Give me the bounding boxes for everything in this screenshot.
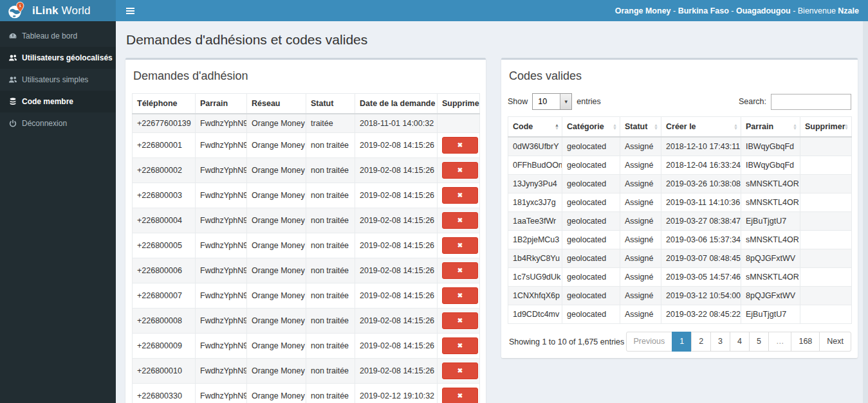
delete-button[interactable]: ✖ [442, 137, 478, 154]
cell-supprimer [800, 268, 852, 287]
cell-supprimer [800, 231, 852, 249]
page-scrollbar[interactable] [863, 21, 868, 403]
cell-supprimer: ✖ [438, 208, 480, 233]
column-header-code[interactable]: Code▲▼ [508, 117, 562, 138]
cell-supprimer [800, 305, 852, 324]
cell-date: 2019-02-08 14:15:26 [355, 359, 438, 384]
table-row: 1aaTee3fWrgeolocatedAssigné2019-03-27 08… [508, 212, 852, 231]
navbar: Orange Money - Burkina Faso - Ouagadougo… [116, 0, 868, 21]
app-title: iLink World [32, 4, 91, 17]
sidebar-item-label: Utilisateurs géolocalisés [22, 53, 113, 62]
cell-telephone: +226800009 [133, 334, 196, 359]
sidebar-item-tableau-de-bord[interactable]: Tableau de bord [0, 25, 116, 47]
delete-button[interactable]: ✖ [442, 237, 478, 254]
table-row: 0dW36UfbrYgeolocatedAssigné2018-12-10 17… [508, 137, 852, 156]
sidebar-item-utilisateurs-geolocalises[interactable]: Utilisateurs géolocalisés [0, 47, 116, 69]
delete-button[interactable]: ✖ [442, 363, 478, 379]
sidebar-menu: Tableau de bordUtilisateurs géolocalisés… [0, 25, 116, 134]
cell-supprimer: ✖ [438, 183, 480, 208]
delete-x-icon: ✖ [457, 342, 463, 349]
delete-button[interactable]: ✖ [442, 162, 478, 179]
cell-statut: non traitée [306, 258, 355, 283]
page-length-select[interactable]: 10 [532, 93, 572, 110]
column-header-supprimer[interactable]: Supprimer▲▼ [800, 117, 852, 138]
search-input[interactable] [771, 94, 851, 110]
page-button-168[interactable]: 168 [791, 332, 820, 352]
page-button-1[interactable]: 1 [672, 332, 692, 352]
cell-categorie: geolocated [562, 175, 620, 193]
table-row: +226800002FwdhzYphN9Orange Moneynon trai… [133, 158, 480, 183]
page-button-2[interactable]: 2 [691, 332, 711, 352]
cell-telephone: +226800007 [133, 283, 196, 309]
sidebar-toggle-button[interactable] [125, 5, 136, 17]
cell-parrain: sMNSKTL4OR [741, 175, 800, 193]
page-button-next[interactable]: Next [819, 332, 851, 352]
delete-button[interactable]: ✖ [442, 337, 478, 354]
page-button-4[interactable]: 4 [730, 332, 750, 352]
cell-statut: Assigné [620, 156, 661, 175]
delete-x-icon: ✖ [457, 192, 463, 199]
column-header-creer-le[interactable]: Créer le▲▼ [661, 117, 741, 138]
demandes-table-body: +22677600139FwdhzYphN9Orange Moneytraité… [133, 114, 480, 403]
cell-statut: Assigné [620, 193, 661, 212]
cell-parrain: FwdhzYphN9 [196, 283, 247, 309]
cell-categorie: geolocated [562, 287, 620, 305]
sidebar-item-code-membre[interactable]: Code membre [0, 91, 116, 112]
cell-creer-le: 2019-03-22 08:45:22 [661, 305, 741, 324]
cell-parrain: FwdhzYphN9 [196, 334, 247, 359]
sort-icon: ▲▼ [793, 123, 797, 130]
codes-table: Code▲▼Catégorie▲▼Statut▲▼Créer le▲▼Parra… [508, 116, 852, 324]
column-header-parrain[interactable]: Parrain▲▼ [741, 117, 800, 138]
delete-button[interactable]: ✖ [442, 187, 478, 204]
table-row: +226800004FwdhzYphN9Orange Moneynon trai… [133, 208, 480, 233]
cell-date: 2019-02-08 14:15:26 [355, 183, 438, 208]
panel-demandes: Demandes d'adhésion TéléphoneParrainRése… [125, 58, 486, 403]
cell-code: 1d9CDtc4mv [508, 305, 562, 324]
cell-statut: non traitée [306, 384, 355, 403]
column-header-categorie[interactable]: Catégorie▲▼ [562, 117, 620, 138]
sidebar-item-label: Déconnexion [22, 119, 67, 128]
table-row: 1B2pjeMCu3geolocatedAssigné2019-03-06 15… [508, 231, 852, 249]
cell-date: 2019-02-08 14:15:26 [355, 283, 438, 309]
sidebar-item-utilisateurs-simples[interactable]: Utilisateurs simples [0, 69, 116, 91]
page-button-5[interactable]: 5 [749, 332, 769, 352]
greeting-segment: Orange Money [615, 6, 671, 15]
page-button-3[interactable]: 3 [710, 332, 730, 352]
cell-telephone: +226800010 [133, 359, 196, 384]
delete-button[interactable]: ✖ [442, 212, 478, 229]
page-button-previous[interactable]: Previous [626, 332, 673, 352]
table-row: +22677600139FwdhzYphN9Orange Moneytraité… [133, 114, 480, 133]
table-row: +226800330FwdhzYphN9Orange Moneynon trai… [133, 384, 480, 403]
cell-date: 2019-02-08 14:15:26 [355, 334, 438, 359]
cell-telephone: +226800001 [133, 133, 196, 158]
delete-x-icon: ✖ [457, 242, 463, 249]
table-row: 1c7sUG9dUkgeolocatedAssigné2019-03-05 14… [508, 268, 852, 287]
entries-label: entries [577, 97, 601, 106]
cell-statut: non traitée [306, 158, 355, 183]
cell-supprimer [800, 193, 852, 212]
page-button-ellipsis[interactable]: … [768, 332, 792, 352]
table-row: +226800006FwdhzYphN9Orange Moneynon trai… [133, 258, 480, 283]
cell-categorie: geolocated [562, 137, 620, 156]
table-controls: Show 10 ▾ entries Search: [508, 93, 851, 110]
show-label: Show [508, 97, 528, 106]
cell-statut: non traitée [306, 133, 355, 158]
cell-parrain: FwdhzYphN9 [196, 258, 247, 283]
cell-code: 0dW36UfbrY [508, 137, 562, 156]
sidebar-item-deconnexion[interactable]: Déconnexion [0, 112, 116, 134]
cell-parrain: sMNSKTL4OR [741, 193, 800, 212]
column-header-statut[interactable]: Statut▲▼ [620, 117, 661, 138]
cell-date: 2019-02-12 19:10:32 [355, 384, 438, 403]
column-header-date-de-la-demande: Date de la demande [355, 94, 438, 114]
delete-button[interactable]: ✖ [442, 262, 478, 279]
cell-statut: traitée [306, 114, 355, 133]
app-logo[interactable]: $ iLink World [0, 0, 116, 21]
delete-button[interactable]: ✖ [442, 312, 478, 329]
column-header-supprimer: Supprimer [438, 94, 480, 114]
cell-date: 2019-02-08 14:15:26 [355, 233, 438, 258]
cell-creer-le: 2019-03-12 10:54:00 [661, 287, 741, 305]
delete-button[interactable]: ✖ [442, 388, 478, 403]
cell-parrain: FwdhzYphN9 [196, 384, 247, 403]
delete-button[interactable]: ✖ [442, 287, 478, 304]
cell-creer-le: 2019-03-05 14:57:46 [661, 268, 741, 287]
